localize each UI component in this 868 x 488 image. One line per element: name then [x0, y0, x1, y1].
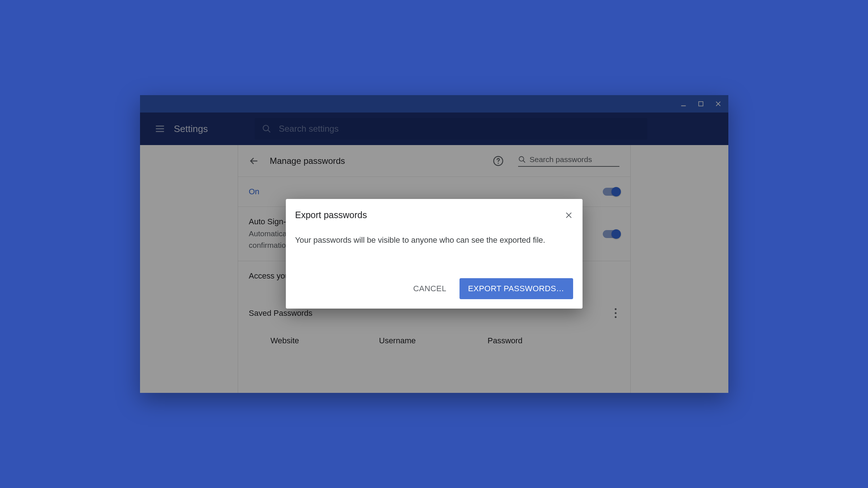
dialog-title: Export passwords [295, 210, 367, 220]
close-icon [564, 211, 573, 220]
dialog-body: Your passwords will be visible to anyone… [295, 235, 573, 245]
export-passwords-button[interactable]: EXPORT PASSWORDS… [460, 278, 573, 299]
dialog-close-button[interactable] [564, 211, 573, 220]
export-passwords-dialog: Export passwords Your passwords will be … [286, 199, 583, 309]
dialog-header: Export passwords [295, 210, 573, 220]
dialog-actions: CANCEL EXPORT PASSWORDS… [295, 278, 573, 299]
cancel-button[interactable]: CANCEL [406, 279, 454, 298]
settings-window: Settings Manage passwords [140, 95, 728, 393]
